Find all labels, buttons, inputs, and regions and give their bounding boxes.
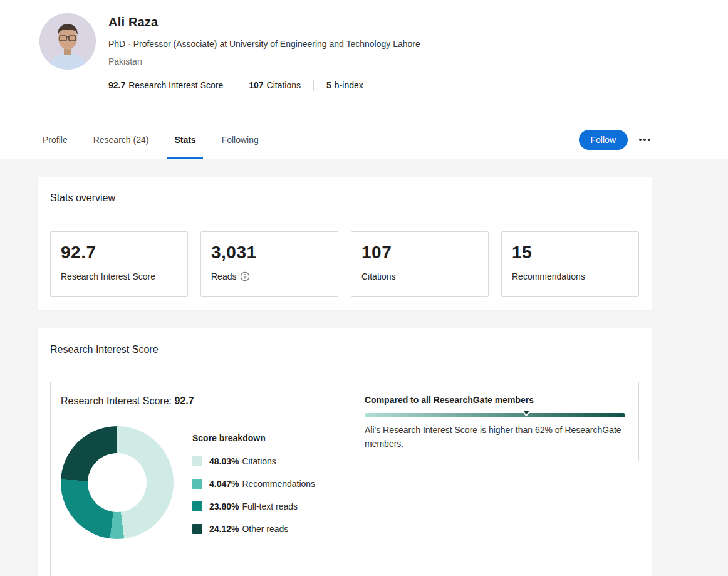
stats-overview-card: Stats overview 92.7 Research Interest Sc…	[38, 177, 652, 310]
header-stat-label: Research Interest Score	[128, 80, 223, 90]
avatar-photo	[39, 13, 96, 70]
header-stats: 92.7 Research Interest Score 107 Citatio…	[108, 80, 420, 91]
stat-label-text: Reads	[211, 271, 236, 281]
avatar	[39, 13, 96, 70]
stat-label: Citations	[361, 271, 478, 281]
stat-card-citations: 107 Citations	[351, 231, 489, 297]
percentile-bar	[365, 413, 625, 417]
header-actions: Follow	[579, 130, 652, 150]
header-stat-label: Citations	[267, 80, 301, 90]
score-breakdown-donut-chart	[61, 426, 174, 539]
legend-item-recommendations: 4.047% Recommendations	[192, 479, 315, 489]
score-heading-label: Research Interest Score:	[61, 395, 172, 406]
score-breakdown-card: Research Interest Score: 92.7 Score brea…	[50, 382, 338, 576]
tab-research[interactable]: Research (24)	[93, 120, 149, 159]
divider	[236, 80, 236, 91]
stat-label: Recommendations	[512, 271, 628, 281]
section-title: Research Interest Score	[38, 328, 652, 369]
header-stat-h-index: 5 h-index	[326, 80, 363, 90]
header-stat-value: 5	[326, 80, 331, 90]
legend-item-other-reads: 24.12% Other reads	[192, 524, 315, 534]
header-stat-value: 92.7	[108, 80, 125, 90]
legend-title: Score breakdown	[192, 433, 315, 443]
score-heading: Research Interest Score: 92.7	[61, 395, 328, 407]
comparison-text: Ali's Research Interest Score is higher …	[365, 423, 625, 451]
stat-value: 3,031	[211, 243, 328, 263]
stat-card-research-interest: 92.7 Research Interest Score	[50, 231, 188, 297]
stat-label: Reads	[211, 271, 328, 281]
legend-swatch	[192, 501, 202, 511]
tab-following[interactable]: Following	[222, 120, 259, 159]
more-options-icon[interactable]	[638, 135, 652, 145]
legend-swatch	[192, 479, 202, 489]
comparison-card: Compared to all ResearchGate members Ali…	[351, 382, 639, 461]
stats-page: Stats overview 92.7 Research Interest Sc…	[0, 159, 728, 576]
comparison-title: Compared to all ResearchGate members	[365, 395, 625, 405]
profile-header: Ali Raza PhD · Professor (Associate) at …	[0, 0, 728, 159]
legend-item-citations: 48.03% Citations	[192, 456, 315, 466]
stat-cards: 92.7 Research Interest Score 3,031 Reads	[38, 217, 652, 310]
stat-value: 15	[512, 243, 628, 263]
section-title: Stats overview	[38, 177, 652, 217]
tab-profile[interactable]: Profile	[43, 120, 68, 159]
header-stat-citations: 107 Citations	[249, 80, 301, 90]
percentile-marker-icon	[521, 409, 532, 417]
stat-label: Research Interest Score	[61, 271, 177, 281]
profile-title: PhD · Professor (Associate) at Universit…	[108, 39, 420, 49]
profile-tabs: Profile Research (24) Stats Following	[38, 120, 259, 159]
legend-item-full-text-reads: 23.80% Full-text reads	[192, 501, 315, 511]
ris-grid: Research Interest Score: 92.7 Score brea…	[38, 369, 652, 576]
stat-value: 107	[361, 243, 478, 263]
legend-swatch	[192, 456, 202, 466]
score-heading-value: 92.7	[174, 395, 194, 406]
divider	[313, 80, 314, 91]
tabs-row: Profile Research (24) Stats Following Fo…	[38, 120, 652, 159]
header-stat-research-interest: 92.7 Research Interest Score	[108, 80, 223, 90]
profile-location: Pakistan	[108, 56, 420, 66]
header-stat-value: 107	[249, 80, 263, 90]
profile-name: Ali Raza	[108, 15, 420, 29]
tab-stats[interactable]: Stats	[174, 120, 195, 159]
score-breakdown-legend: Score breakdown 48.03% Citations 4.047% …	[192, 426, 315, 547]
info-icon[interactable]	[240, 271, 250, 281]
stat-card-reads: 3,031 Reads	[200, 231, 338, 297]
follow-button[interactable]: Follow	[579, 130, 628, 150]
stat-card-recommendations: 15 Recommendations	[501, 231, 639, 297]
header-stat-label: h-index	[335, 80, 363, 90]
stat-value: 92.7	[61, 243, 177, 263]
legend-swatch	[192, 524, 202, 534]
research-interest-score-card: Research Interest Score Research Interes…	[38, 328, 652, 576]
